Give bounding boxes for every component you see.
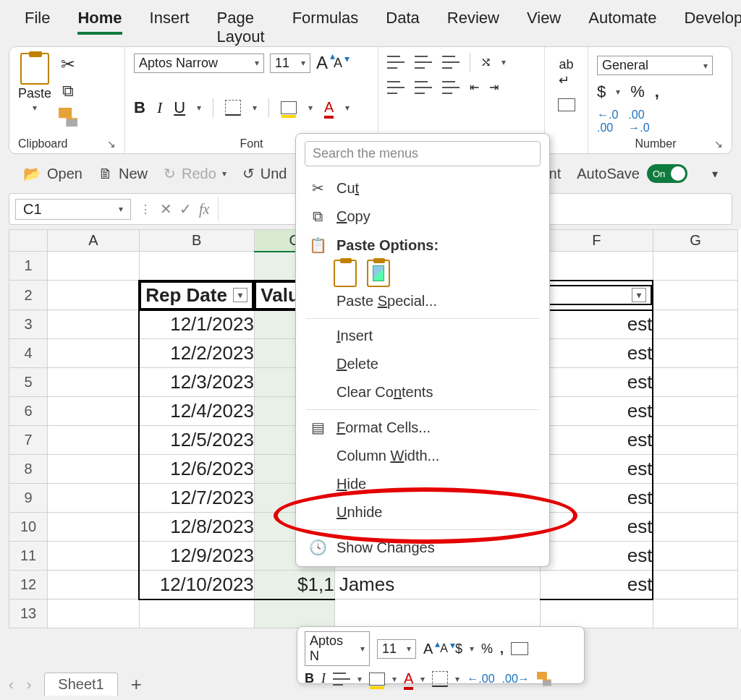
col-header-B[interactable]: B <box>139 230 254 252</box>
cell[interactable]: est <box>540 542 653 571</box>
cell[interactable] <box>139 252 254 281</box>
cell[interactable]: Rep Date▾ <box>139 281 254 310</box>
sheet-nav-next[interactable]: › <box>27 676 32 693</box>
cell[interactable]: James <box>334 571 540 599</box>
cell[interactable] <box>254 599 334 628</box>
mini-align-icon[interactable] <box>333 673 350 686</box>
mini-decrease-decimal-icon[interactable]: .00→ <box>502 673 530 686</box>
cell[interactable] <box>48 599 140 628</box>
bold-button[interactable]: B <box>134 98 145 117</box>
increase-font-icon[interactable]: A▴ <box>316 53 328 73</box>
align-center-icon[interactable] <box>415 81 432 94</box>
cell[interactable]: 12/10/2023 <box>139 571 254 599</box>
cell[interactable] <box>48 281 140 310</box>
cell[interactable] <box>48 397 140 426</box>
cell[interactable] <box>540 252 653 281</box>
cell[interactable]: $1,1 <box>254 571 334 599</box>
menu-paste-special[interactable]: Paste Special... <box>296 287 549 315</box>
cell[interactable]: 12/2/2023 <box>139 339 254 368</box>
mini-fill-icon[interactable] <box>369 673 385 686</box>
mini-currency-icon[interactable]: $ <box>455 641 462 657</box>
font-name-select[interactable]: Aptos Narrow▾ <box>134 54 264 73</box>
percent-icon[interactable]: % <box>630 82 645 101</box>
align-middle-icon[interactable] <box>415 56 432 69</box>
tab-developer[interactable]: Developer <box>684 9 741 32</box>
cell[interactable] <box>48 571 140 599</box>
tab-review[interactable]: Review <box>447 9 499 32</box>
cell[interactable]: 12/4/2023 <box>139 397 254 426</box>
currency-icon[interactable]: $ <box>597 82 606 101</box>
paste-label[interactable]: Paste <box>18 86 51 101</box>
cell[interactable]: 12/6/2023 <box>139 455 254 484</box>
mini-font-select[interactable]: Aptos N▾ <box>305 631 370 666</box>
menu-show-changes[interactable]: 🕓Show Changes <box>296 533 549 562</box>
cell[interactable]: 12/3/2023 <box>139 368 254 397</box>
col-header-G[interactable]: G <box>653 230 737 252</box>
cell[interactable] <box>653 252 737 281</box>
clipboard-dialog-launcher[interactable]: ↘ <box>107 138 116 150</box>
mini-decrease-font-icon[interactable]: A▾ <box>440 642 448 655</box>
cell[interactable]: 12/8/2023 <box>139 513 254 542</box>
mini-border-icon[interactable] <box>432 671 448 687</box>
col-header-A[interactable]: A <box>48 230 140 252</box>
tab-data[interactable]: Data <box>386 9 419 32</box>
row-header[interactable]: 10 <box>9 513 48 542</box>
row-header[interactable]: 13 <box>9 599 48 628</box>
underline-button[interactable]: U <box>174 98 185 117</box>
paste-icon[interactable] <box>20 53 49 85</box>
number-dialog-launcher[interactable]: ↘ <box>714 138 723 150</box>
paste-option-picture[interactable] <box>367 260 390 287</box>
row-header[interactable]: 7 <box>9 426 48 455</box>
format-painter-icon[interactable] <box>59 108 77 127</box>
tab-automate[interactable]: Automate <box>588 9 656 32</box>
mini-size-select[interactable]: 11▾ <box>377 639 416 659</box>
filter-dropdown-icon[interactable]: ▾ <box>632 288 646 302</box>
copy-icon[interactable]: ⧉ <box>62 82 74 101</box>
cell[interactable]: est <box>540 368 653 397</box>
font-size-select[interactable]: 11▾ <box>270 54 310 73</box>
tab-insert[interactable]: Insert <box>150 9 190 32</box>
row-header[interactable]: 4 <box>9 339 48 368</box>
menu-copy[interactable]: ⧉ Copy <box>296 202 549 231</box>
row-header[interactable]: 2 <box>9 281 48 310</box>
merge-cells-icon[interactable] <box>558 98 575 111</box>
qat-open[interactable]: 📂Open <box>23 165 82 182</box>
cell[interactable]: ▾ <box>540 281 653 310</box>
cell[interactable] <box>653 513 737 542</box>
align-bottom-icon[interactable] <box>442 56 460 69</box>
cell[interactable]: 12/9/2023 <box>139 542 254 571</box>
cell[interactable] <box>48 368 140 397</box>
qat-redo[interactable]: ↻Redo▾ <box>164 165 226 182</box>
menu-format-cells[interactable]: ▤Format Cells... <box>296 413 549 442</box>
autosave-toggle[interactable]: On <box>647 164 687 183</box>
col-header-F[interactable]: F <box>540 230 653 252</box>
paste-dropdown[interactable]: ▾ <box>33 103 37 113</box>
menu-hide[interactable]: Hide <box>296 470 549 498</box>
row-header[interactable]: 11 <box>9 542 48 571</box>
mini-percent-icon[interactable]: % <box>481 641 493 657</box>
cell[interactable] <box>48 484 140 513</box>
cell[interactable] <box>48 513 140 542</box>
cell[interactable]: est <box>540 426 653 455</box>
increase-indent-icon[interactable]: ⇥ <box>489 80 499 94</box>
mini-format-painter-icon[interactable] <box>537 672 551 686</box>
cell[interactable] <box>653 368 737 397</box>
cell[interactable]: est <box>540 397 653 426</box>
cell[interactable]: est <box>540 571 653 599</box>
cut-icon[interactable]: ✂ <box>61 54 75 74</box>
select-all-corner[interactable] <box>9 230 48 252</box>
mini-bold-button[interactable]: B <box>305 671 314 686</box>
menu-cut[interactable]: ✂ Cut <box>296 174 549 202</box>
cell[interactable] <box>139 599 254 628</box>
qat-customize[interactable]: ▾ <box>712 167 718 181</box>
sheet-tab-1[interactable]: Sheet1 <box>44 673 117 696</box>
decrease-indent-icon[interactable]: ⇤ <box>470 80 479 94</box>
decrease-font-icon[interactable]: A▾ <box>334 56 342 71</box>
menu-delete[interactable]: Delete <box>296 350 549 378</box>
font-color-button[interactable]: A <box>324 99 334 116</box>
cell[interactable] <box>48 455 140 484</box>
add-sheet-button[interactable]: + <box>131 673 142 696</box>
qat-new[interactable]: 🗎New <box>98 166 148 182</box>
cell[interactable] <box>653 455 737 484</box>
mini-italic-button[interactable]: I <box>321 671 326 686</box>
